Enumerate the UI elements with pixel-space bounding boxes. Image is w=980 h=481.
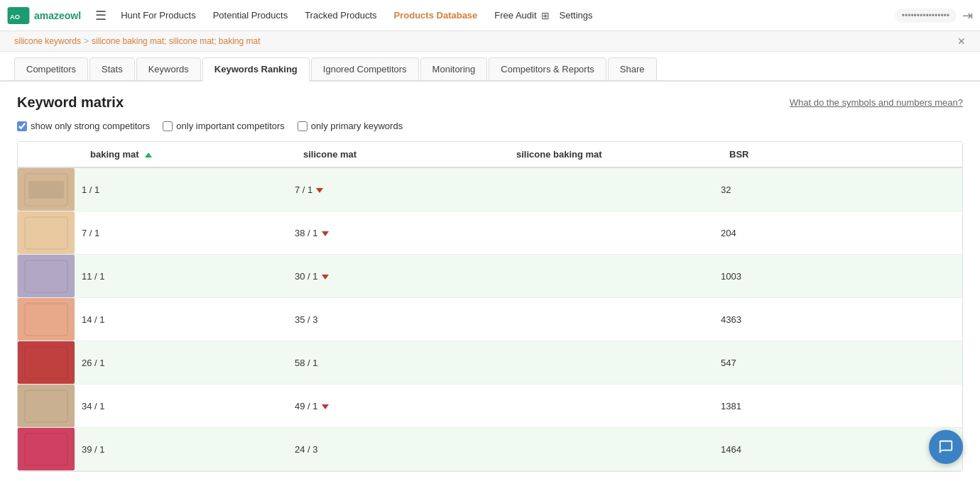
sort-asc-icon (145, 153, 152, 157)
silicone-mat-value: 38 / 1 (295, 211, 508, 255)
th-silicone-baking-mat[interactable]: silicone baking mat (508, 142, 721, 167)
silicone-mat-value: 35 / 3 (295, 298, 508, 341)
bsr-value: 1381 (721, 385, 962, 428)
nav-database[interactable]: Products Database (387, 7, 485, 23)
th-baking-mat-label: baking mat (90, 149, 139, 160)
table-row: 26 / 158 / 1547 (18, 341, 962, 385)
table-header-row: baking mat silicone mat silicone baking … (18, 142, 962, 167)
tab-share[interactable]: Share (608, 57, 657, 80)
tab-competitors-reports[interactable]: Competitors & Reports (489, 57, 606, 80)
silicone-mat-value: 58 / 1 (295, 341, 508, 385)
breadcrumb-separator: > (84, 36, 89, 46)
silicone-mat-text: 58 / 1 (295, 358, 318, 368)
table-row: 7 / 138 / 1204 (18, 211, 962, 255)
bsr-value: 32 (721, 167, 962, 211)
breadcrumb-link-1[interactable]: silicone keywords (14, 36, 81, 46)
table-row: 39 / 124 / 31464 (18, 428, 962, 471)
breadcrumb: silicone keywords > silicone baking mat;… (0, 31, 980, 52)
tab-ignored-competitors[interactable]: Ignored Competitors (311, 57, 419, 80)
product-thumbnail-cell[interactable] (18, 211, 82, 255)
nav-hunt[interactable]: Hunt For Products (114, 7, 203, 23)
filter-strong[interactable]: show only strong competitors (17, 121, 150, 131)
section-title: Keyword matrix (17, 94, 124, 111)
silicone-mat-value: 30 / 1 (295, 255, 508, 298)
keyword-table-wrapper: baking mat silicone mat silicone baking … (17, 141, 963, 472)
th-silicone-mat[interactable]: silicone mat (295, 142, 508, 167)
bsr-value: 204 (721, 211, 962, 255)
main-content: Keyword matrix What do the symbols and n… (0, 82, 980, 479)
tab-keywords[interactable]: Keywords (136, 57, 201, 80)
tab-competitors[interactable]: Competitors (14, 57, 88, 80)
product-thumbnail-cell[interactable] (18, 255, 82, 298)
th-thumb (18, 142, 82, 167)
filter-important[interactable]: only important competitors (163, 121, 284, 131)
bsr-value: 1003 (721, 255, 962, 298)
baking-mat-value: 34 / 1 (82, 385, 295, 428)
arrow-down-icon (322, 231, 329, 236)
filter-strong-label: show only strong competitors (31, 121, 150, 131)
table-row: 1 / 17 / 132 (18, 167, 962, 211)
chat-button[interactable] (929, 430, 963, 464)
filter-primary-label: only primary keywords (311, 121, 403, 131)
baking-mat-value: 7 / 1 (82, 211, 295, 255)
help-link[interactable]: What do the symbols and numbers mean? (790, 97, 963, 108)
filter-primary-checkbox[interactable] (298, 121, 307, 131)
filter-primary[interactable]: only primary keywords (298, 121, 403, 131)
baking-mat-value: 1 / 1 (82, 167, 295, 211)
product-thumb (18, 341, 75, 384)
nav-audit[interactable]: Free Audit (487, 7, 543, 23)
nav-tracked[interactable]: Tracked Products (298, 7, 383, 23)
product-thumbnail-cell[interactable] (18, 385, 82, 428)
user-email: •••••••••••••••• (895, 9, 957, 23)
product-thumbnail-cell[interactable] (18, 428, 82, 471)
baking-mat-value: 14 / 1 (82, 298, 295, 341)
silicone-baking-mat-value (508, 167, 721, 211)
top-nav: AO amazeowl ☰ Hunt For Products Potentia… (0, 0, 980, 31)
table-row: 14 / 135 / 34363 (18, 298, 962, 341)
silicone-mat-value: 24 / 3 (295, 428, 508, 471)
silicone-baking-mat-value (508, 211, 721, 255)
filter-important-checkbox[interactable] (163, 121, 173, 131)
hamburger-button[interactable]: ☰ (91, 5, 111, 26)
silicone-baking-mat-value (508, 298, 721, 341)
breadcrumb-close-icon[interactable]: ✕ (957, 35, 966, 47)
exit-button[interactable]: ⇥ (962, 8, 973, 23)
table-body: 1 / 17 / 1327 / 138 / 120411 / 130 / 110… (18, 167, 962, 471)
grid-icon: ⊞ (541, 10, 550, 21)
bsr-value: 1464 (721, 428, 962, 471)
bsr-value: 547 (721, 341, 962, 385)
svg-rect-4 (25, 217, 67, 249)
filters-row: show only strong competitors only import… (17, 121, 963, 131)
silicone-baking-mat-value (508, 428, 721, 471)
filter-strong-checkbox[interactable] (17, 121, 27, 131)
tab-monitoring[interactable]: Monitoring (420, 57, 488, 80)
silicone-mat-value: 7 / 1 (295, 167, 508, 211)
th-bsr[interactable]: BSR (721, 142, 962, 167)
silicone-baking-mat-value (508, 255, 721, 298)
silicone-baking-mat-value (508, 385, 721, 428)
tab-stats[interactable]: Stats (89, 57, 135, 80)
arrow-down-icon (316, 188, 323, 193)
product-thumbnail-cell[interactable] (18, 167, 82, 211)
silicone-mat-text: 49 / 1 (295, 401, 318, 411)
nav-settings[interactable]: Settings (552, 7, 600, 23)
table-row: 34 / 149 / 11381 (18, 385, 962, 428)
silicone-mat-text: 24 / 3 (295, 444, 318, 455)
product-thumbnail-cell[interactable] (18, 341, 82, 385)
product-thumb (18, 168, 75, 211)
th-baking-mat[interactable]: baking mat (82, 142, 295, 167)
nav-potential[interactable]: Potential Products (206, 7, 295, 23)
logo-area: AO amazeowl (7, 7, 81, 24)
tab-keywords-ranking[interactable]: Keywords Ranking (202, 57, 310, 82)
svg-rect-6 (25, 304, 67, 336)
silicone-baking-mat-value (508, 341, 721, 385)
table-row: 11 / 130 / 11003 (18, 255, 962, 298)
product-thumb (18, 428, 75, 470)
logo-text: amazeowl (34, 10, 81, 21)
product-thumbnail-cell[interactable] (18, 298, 82, 341)
arrow-down-icon (322, 275, 329, 280)
breadcrumb-link-2: silicone baking mat; silicone mat; bakin… (92, 36, 260, 46)
svg-rect-5 (25, 260, 67, 292)
section-header: Keyword matrix What do the symbols and n… (17, 94, 963, 111)
svg-rect-7 (25, 347, 67, 379)
